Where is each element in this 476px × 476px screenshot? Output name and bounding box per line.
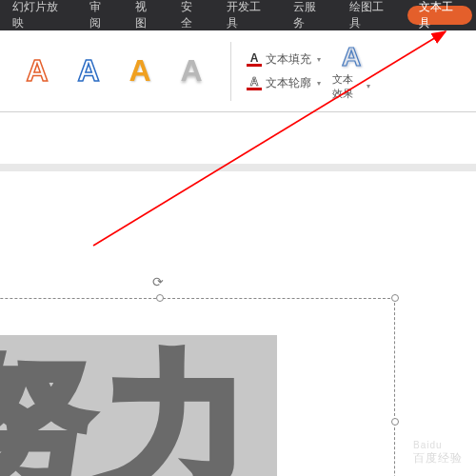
tab-slideshow[interactable]: 幻灯片放映 [0, 0, 77, 30]
slide-separator [0, 164, 476, 171]
wordart-style-2[interactable]: A [67, 50, 110, 93]
tab-view[interactable]: 视图 [123, 0, 169, 30]
tab-cloud[interactable]: 云服务 [281, 0, 337, 30]
resize-handle-e[interactable] [391, 418, 399, 426]
resize-handle-ne[interactable] [391, 294, 399, 302]
text-outline-button[interactable]: A 文本轮廓 ▾ [241, 72, 327, 94]
tab-texttools[interactable]: 文本工具 [407, 6, 472, 25]
wordart-style-gallery: A A A A [8, 46, 221, 97]
slide-canvas[interactable]: ⟳ 努 力 [0, 112, 476, 476]
ribbon-divider [230, 42, 231, 101]
text-fill-button[interactable]: A 文本填充 ▾ [241, 49, 327, 70]
text-effects-label: 文本效果 [332, 72, 363, 101]
ribbon-toolbar: A A A A A 文本填充 ▾ A 文本轮廓 ▾ A 文本效果 ▾ [0, 30, 476, 112]
rotate-handle-icon[interactable]: ⟳ [152, 274, 168, 289]
tab-drawtools[interactable]: 绘图工具 [337, 0, 404, 30]
wordart-text-content[interactable]: 努 力 [0, 335, 277, 476]
chevron-down-icon: ▾ [317, 55, 321, 64]
text-effects-label-row: 文本效果 ▾ [332, 72, 370, 101]
chevron-down-icon: ▾ [367, 82, 370, 90]
wordart-style-4[interactable]: A [169, 50, 213, 93]
tab-devtools[interactable]: 开发工具 [214, 0, 281, 30]
text-fill-label: 文本填充 [266, 51, 311, 68]
chevron-down-icon: ▾ [317, 79, 321, 88]
text-fill-icon: A [247, 51, 262, 67]
resize-handle-n[interactable] [156, 294, 164, 302]
text-effects-icon: A [342, 42, 361, 72]
wordart-style-3[interactable]: A [118, 50, 162, 93]
wordart-style-1[interactable]: A [15, 50, 59, 93]
text-outline-label: 文本轮廓 [266, 75, 311, 91]
text-format-column: A 文本填充 ▾ A 文本轮廓 ▾ [241, 49, 327, 94]
wordart-char-1: 努 [0, 327, 96, 476]
ribbon-tab-bar: 幻灯片放映 审阅 视图 安全 开发工具 云服务 绘图工具 文本工具 [0, 0, 476, 30]
wordart-textbox-selected[interactable]: ⟳ 努 力 [0, 298, 395, 476]
tab-review[interactable]: 审阅 [77, 0, 123, 30]
wordart-char-2: 力 [108, 327, 252, 476]
text-effects-button[interactable]: A 文本效果 ▾ [332, 45, 370, 98]
tab-security[interactable]: 安全 [169, 0, 214, 30]
text-outline-icon: A [247, 75, 262, 90]
